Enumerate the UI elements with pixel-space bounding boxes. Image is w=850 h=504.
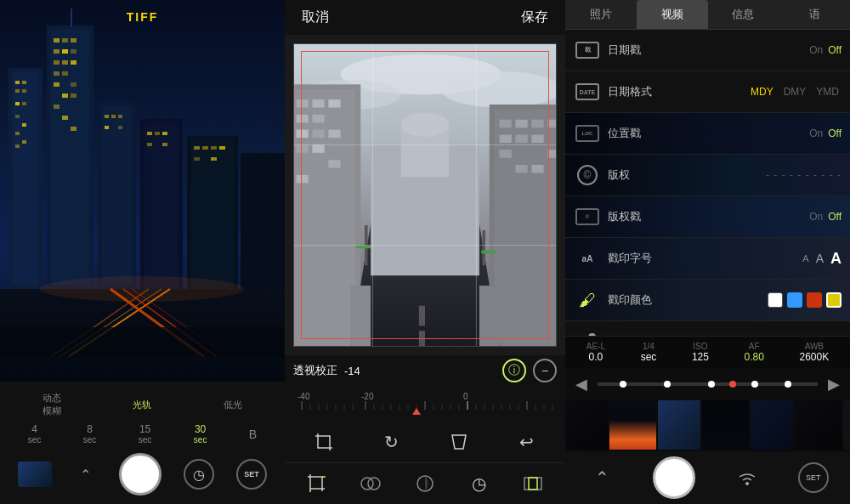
signal-icon[interactable] bbox=[732, 462, 762, 493]
settings-row-copyright-stamp: © 版权戳 On Off bbox=[565, 196, 850, 238]
format-dmy[interactable]: DMY bbox=[781, 86, 809, 98]
film-thumb-4[interactable] bbox=[702, 400, 749, 450]
minus-icon[interactable]: − bbox=[533, 359, 557, 382]
svg-rect-114 bbox=[350, 286, 371, 346]
svg-rect-96 bbox=[547, 120, 556, 127]
thumbnail-preview[interactable] bbox=[18, 462, 52, 487]
film-thumb-6[interactable] bbox=[795, 400, 842, 450]
adjust-icon[interactable] bbox=[355, 468, 386, 499]
svg-rect-65 bbox=[0, 327, 285, 357]
svg-marker-153 bbox=[412, 408, 421, 415]
time-bulb[interactable]: B bbox=[249, 428, 257, 441]
svg-rect-76 bbox=[328, 99, 340, 107]
font-size-medium[interactable]: A bbox=[816, 252, 824, 265]
stamp-font-controls: A A A bbox=[802, 250, 842, 268]
tab-photo[interactable]: 照片 bbox=[565, 0, 637, 29]
date-stamp-off[interactable]: Off bbox=[828, 44, 842, 56]
svg-rect-23 bbox=[62, 60, 68, 65]
undo-icon[interactable]: ↩ bbox=[511, 427, 541, 457]
film-thumb-3[interactable] bbox=[658, 400, 700, 450]
slider-ruler[interactable]: -40 -20 0 bbox=[293, 389, 557, 415]
svg-rect-40 bbox=[191, 140, 234, 289]
settings-row-date-stamp: 戳 日期戳 On Off bbox=[565, 30, 850, 71]
svg-rect-101 bbox=[547, 150, 556, 157]
aspect-icon[interactable] bbox=[518, 468, 548, 499]
right-slider-track[interactable] bbox=[598, 382, 818, 386]
chevron-up-right-icon[interactable]: ⌃ bbox=[586, 462, 617, 493]
mode-motion-blur[interactable]: 动态 模糊 bbox=[42, 392, 61, 416]
film-thumb-1[interactable] bbox=[565, 400, 608, 450]
tab-video[interactable]: 视频 bbox=[637, 0, 708, 29]
svg-rect-44 bbox=[118, 115, 122, 118]
film-thumb-7[interactable] bbox=[843, 400, 850, 450]
color-blue[interactable] bbox=[787, 292, 802, 308]
ruler-container: -40 -20 0 bbox=[293, 389, 557, 415]
svg-rect-34 bbox=[71, 8, 72, 27]
svg-rect-52 bbox=[194, 146, 200, 150]
copyright-stamp-off[interactable]: Off bbox=[828, 211, 842, 223]
mode-low-light[interactable]: 低光 bbox=[224, 399, 242, 411]
color-white[interactable] bbox=[768, 292, 783, 308]
svg-rect-78 bbox=[297, 115, 309, 122]
svg-rect-48 bbox=[155, 132, 160, 135]
save-button[interactable]: 保存 bbox=[521, 8, 548, 26]
svg-rect-3 bbox=[15, 81, 20, 84]
slider-dot-1 bbox=[620, 381, 626, 388]
rotate-icon[interactable]: ↻ bbox=[376, 427, 406, 457]
location-stamp-icon: LOC bbox=[574, 120, 601, 147]
location-stamp-on[interactable]: On bbox=[809, 127, 823, 139]
format-mdy[interactable]: MDY bbox=[748, 86, 776, 98]
right-arrow-button[interactable]: ▶ bbox=[824, 371, 843, 397]
svg-rect-111 bbox=[481, 251, 496, 254]
mode-row: 动态 模糊 光轨 低光 bbox=[0, 388, 285, 420]
svg-rect-41 bbox=[241, 153, 285, 289]
copyright-label: 版权 bbox=[608, 167, 766, 183]
mode-light-trail[interactable]: 光轨 bbox=[133, 399, 151, 411]
format-ymd[interactable]: YMD bbox=[813, 86, 842, 98]
copyright-stamp-on[interactable]: On bbox=[809, 211, 823, 223]
awb-info: AWB 2600K bbox=[799, 342, 829, 363]
perspective-icon[interactable] bbox=[444, 427, 474, 457]
tab-lang[interactable]: 语 bbox=[779, 0, 850, 29]
chevron-up-icon[interactable]: ⌃ bbox=[74, 462, 98, 486]
settings-row-volume-meter: 🎤 音量计 On Off bbox=[565, 321, 850, 336]
time-8sec[interactable]: 8 sec bbox=[83, 423, 97, 445]
correction-row: 透视校正 -14 ⓘ − bbox=[285, 355, 565, 386]
settings-row-date-format: DATE 日期格式 MDY DMY YMD bbox=[565, 71, 850, 113]
location-stamp-off[interactable]: Off bbox=[828, 127, 842, 139]
color-yellow[interactable] bbox=[826, 292, 842, 308]
filter-icon[interactable] bbox=[410, 468, 440, 499]
set-button[interactable]: SET bbox=[236, 459, 267, 490]
date-stamp-icon: 戳 bbox=[574, 37, 601, 64]
svg-rect-170 bbox=[524, 478, 541, 490]
crop-icon[interactable] bbox=[309, 427, 339, 457]
font-size-large[interactable]: A bbox=[830, 250, 842, 268]
right-shutter-button[interactable] bbox=[653, 456, 695, 499]
shutter-button[interactable] bbox=[119, 453, 162, 496]
svg-text:-20: -20 bbox=[361, 392, 374, 401]
timer-icon[interactable]: ◷ bbox=[184, 459, 214, 490]
crop-action-icon[interactable] bbox=[302, 468, 332, 499]
svg-rect-45 bbox=[105, 126, 109, 129]
svg-rect-22 bbox=[54, 60, 60, 65]
right-set-button[interactable]: SET bbox=[798, 462, 829, 493]
timer-middle-icon[interactable]: ◷ bbox=[464, 468, 495, 499]
font-size-small[interactable]: A bbox=[802, 253, 808, 263]
film-thumb-5[interactable] bbox=[751, 400, 793, 450]
svg-rect-57 bbox=[211, 157, 217, 161]
date-stamp-label: 日期戳 bbox=[608, 42, 809, 58]
date-stamp-controls: On Off bbox=[809, 44, 842, 56]
time-15sec[interactable]: 15 sec bbox=[139, 423, 152, 445]
cancel-button[interactable]: 取消 bbox=[302, 8, 329, 26]
date-stamp-on[interactable]: On bbox=[809, 44, 823, 56]
film-thumb-2[interactable] bbox=[609, 400, 656, 450]
svg-point-168 bbox=[368, 478, 380, 490]
tab-info[interactable]: 信息 bbox=[708, 0, 779, 29]
time-30sec[interactable]: 30 sec bbox=[194, 423, 207, 445]
location-stamp-controls: On Off bbox=[809, 127, 842, 139]
left-arrow-button[interactable]: ◀ bbox=[572, 371, 591, 397]
time-4sec[interactable]: 4 sec bbox=[28, 423, 42, 445]
settings-row-copyright: © 版权 - - - - - - - - - - bbox=[565, 155, 850, 196]
color-red[interactable] bbox=[807, 292, 822, 308]
info-icon[interactable]: ⓘ bbox=[502, 359, 526, 382]
